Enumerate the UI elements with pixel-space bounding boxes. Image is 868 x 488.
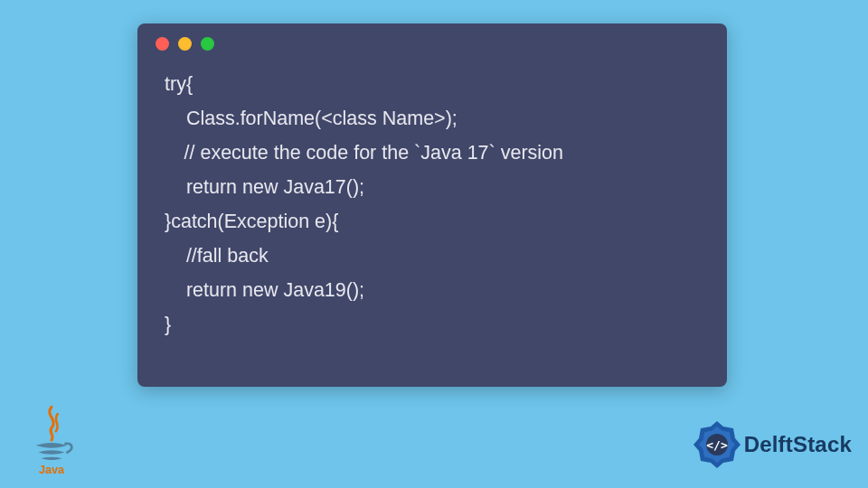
svg-text:</>: </> — [706, 438, 728, 452]
window-titlebar — [137, 23, 727, 63]
minimize-dot-icon — [178, 37, 192, 51]
close-dot-icon — [156, 37, 169, 51]
maximize-dot-icon — [201, 37, 214, 51]
delftstack-badge-icon: </> — [692, 419, 742, 470]
delftstack-logo-label: DelftStack — [744, 432, 852, 457]
delftstack-logo: </> DelftStack — [692, 419, 852, 470]
code-block: try{ Class.forName(<class Name>); // exe… — [137, 63, 727, 360]
java-logo-icon: Java — [25, 405, 78, 475]
code-window: try{ Class.forName(<class Name>); // exe… — [137, 23, 727, 387]
java-logo-label: Java — [39, 464, 65, 475]
